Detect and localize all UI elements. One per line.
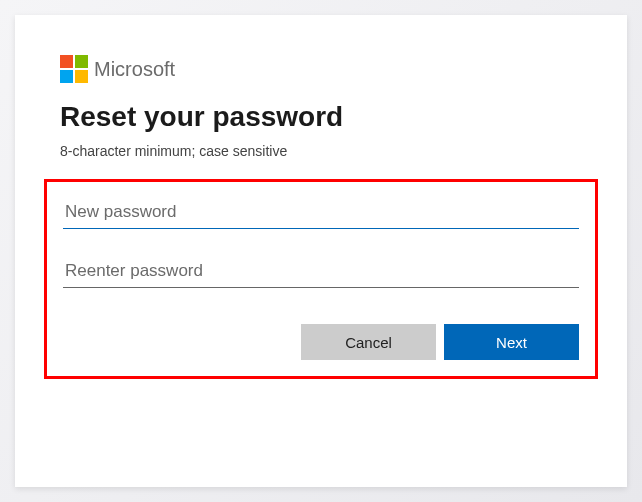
cancel-button[interactable]: Cancel bbox=[301, 324, 436, 360]
button-row: Cancel Next bbox=[63, 324, 579, 360]
microsoft-logo-icon bbox=[60, 55, 88, 83]
brand-row: Microsoft bbox=[60, 55, 582, 83]
new-password-input[interactable] bbox=[63, 196, 579, 229]
next-button[interactable]: Next bbox=[444, 324, 579, 360]
form-highlight-box: Cancel Next bbox=[44, 179, 598, 379]
reset-password-card: Microsoft Reset your password 8-characte… bbox=[15, 15, 627, 487]
page-subtitle: 8-character minimum; case sensitive bbox=[60, 143, 582, 159]
reenter-password-input[interactable] bbox=[63, 255, 579, 288]
brand-name: Microsoft bbox=[94, 58, 175, 81]
page-title: Reset your password bbox=[60, 101, 582, 133]
